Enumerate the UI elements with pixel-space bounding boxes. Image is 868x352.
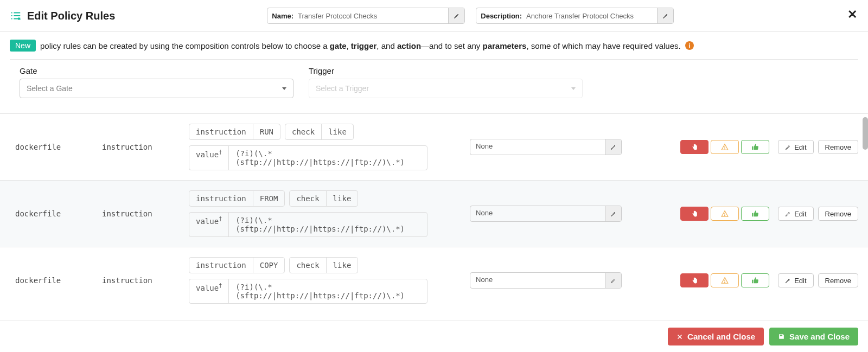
gate-label: Gate	[20, 66, 293, 75]
gate-control: Gate Select a Gate	[20, 66, 293, 98]
trigger-select: Select a Trigger	[309, 79, 583, 98]
scrollbar-track[interactable]	[861, 114, 868, 308]
param-value: value†(?i)(\.*(sftp://|http://|https://|…	[189, 279, 427, 304]
name-edit-button[interactable]	[448, 8, 464, 23]
rule-trigger: instruction	[102, 276, 189, 285]
rule-trigger: instruction	[102, 143, 189, 151]
edit-rule-button[interactable]: Edit	[778, 207, 813, 221]
severity-value: None	[470, 273, 605, 288]
remove-rule-button[interactable]: Remove	[818, 207, 858, 221]
save-icon	[778, 333, 785, 340]
trigger-label: Trigger	[309, 66, 583, 75]
action-go-button[interactable]	[741, 140, 769, 154]
description-input[interactable]	[526, 12, 657, 20]
intro-band: New policy rules can be created by using…	[0, 32, 868, 113]
severity-edit-button[interactable]	[605, 139, 621, 155]
new-badge: New	[10, 40, 36, 52]
rule-severity: None	[470, 206, 638, 222]
param-instruction: instructionCOPY	[189, 257, 285, 273]
row-buttons: EditRemove	[778, 273, 858, 287]
severity-value: None	[470, 139, 605, 155]
remove-rule-button[interactable]: Remove	[818, 140, 858, 154]
rules-table: dockerfileinstructioninstructionRUNcheck…	[0, 113, 868, 308]
description-field: Description:	[476, 8, 674, 24]
info-icon[interactable]: i	[685, 41, 694, 50]
rule-severity: None	[470, 272, 638, 289]
scrollbar-thumb[interactable]	[863, 117, 868, 150]
rule-severity: None	[470, 139, 638, 155]
param-instruction: instructionRUN	[189, 124, 280, 140]
close-icon	[676, 334, 683, 340]
remove-rule-button[interactable]: Remove	[818, 273, 858, 287]
action-buttons	[680, 207, 769, 221]
action-stop-button[interactable]	[680, 140, 709, 154]
intro-text: New policy rules can be created by using…	[10, 40, 858, 52]
action-stop-button[interactable]	[680, 207, 709, 221]
rule-gate: dockerfile	[15, 276, 102, 285]
rule-gate: dockerfile	[15, 143, 102, 151]
action-stop-button[interactable]	[680, 273, 709, 287]
name-label: Name:	[267, 12, 298, 20]
header-bar: Edit Policy Rules Name: Description: ✕	[0, 0, 868, 32]
svg-point-11	[725, 282, 725, 283]
param-check: checklike	[289, 190, 358, 207]
action-go-button[interactable]	[741, 273, 769, 287]
action-buttons	[680, 273, 769, 287]
policy-icon	[10, 10, 22, 22]
save-and-close-button[interactable]: Save and Close	[769, 328, 858, 345]
action-warn-button[interactable]	[711, 140, 739, 154]
gate-select[interactable]: Select a Gate	[20, 79, 293, 98]
title-area: Edit Policy Rules	[10, 10, 115, 22]
rule-params: instructionFROMchecklikevalue†(?i)(\.*(s…	[189, 190, 427, 237]
chevron-down-icon	[571, 87, 576, 90]
trigger-control: Trigger Select a Trigger	[309, 66, 583, 98]
action-warn-button[interactable]	[711, 273, 739, 287]
footer-bar: Cancel and Close Save and Close	[0, 321, 868, 352]
edit-rule-button[interactable]: Edit	[778, 273, 813, 287]
rule-params: instructionCOPYchecklikevalue†(?i)(\.*(s…	[189, 257, 427, 304]
svg-point-7	[725, 149, 725, 149]
gate-placeholder: Select a Gate	[27, 84, 73, 93]
row-buttons: EditRemove	[778, 140, 858, 154]
close-button[interactable]: ✕	[847, 8, 857, 22]
rule-row: dockerfileinstructioninstructionFROMchec…	[0, 181, 868, 247]
edit-rule-button[interactable]: Edit	[778, 140, 813, 154]
action-go-button[interactable]	[741, 207, 769, 221]
page-title: Edit Policy Rules	[27, 10, 115, 22]
param-check: checklike	[289, 257, 358, 273]
rule-params: instructionRUNchecklikevalue†(?i)(\.*(sf…	[189, 124, 427, 170]
description-label: Description:	[476, 12, 526, 20]
trigger-placeholder: Select a Trigger	[316, 84, 369, 93]
severity-edit-button[interactable]	[605, 206, 621, 221]
severity-edit-button[interactable]	[605, 273, 621, 288]
cancel-and-close-button[interactable]: Cancel and Close	[668, 328, 764, 345]
param-value: value†(?i)(\.*(sftp://|http://|https://|…	[189, 212, 427, 237]
controls-bar: Gate Select a Gate Trigger Select a Trig…	[10, 59, 858, 106]
action-buttons	[680, 140, 769, 154]
rule-row: dockerfileinstructioninstructionRUNcheck…	[0, 114, 868, 181]
severity-value: None	[470, 206, 605, 221]
svg-point-9	[725, 215, 725, 216]
rule-row: dockerfileinstructioninstructionCOPYchec…	[0, 247, 868, 308]
param-value: value†(?i)(\.*(sftp://|http://|https://|…	[189, 145, 427, 170]
param-check: checklike	[285, 124, 354, 140]
name-input[interactable]	[298, 12, 448, 20]
rule-trigger: instruction	[102, 209, 189, 218]
action-warn-button[interactable]	[711, 207, 739, 221]
description-edit-button[interactable]	[657, 8, 673, 23]
name-field: Name:	[267, 8, 465, 24]
param-instruction: instructionFROM	[189, 190, 285, 207]
row-buttons: EditRemove	[778, 207, 858, 221]
rule-gate: dockerfile	[15, 209, 102, 218]
chevron-down-icon	[282, 87, 286, 90]
